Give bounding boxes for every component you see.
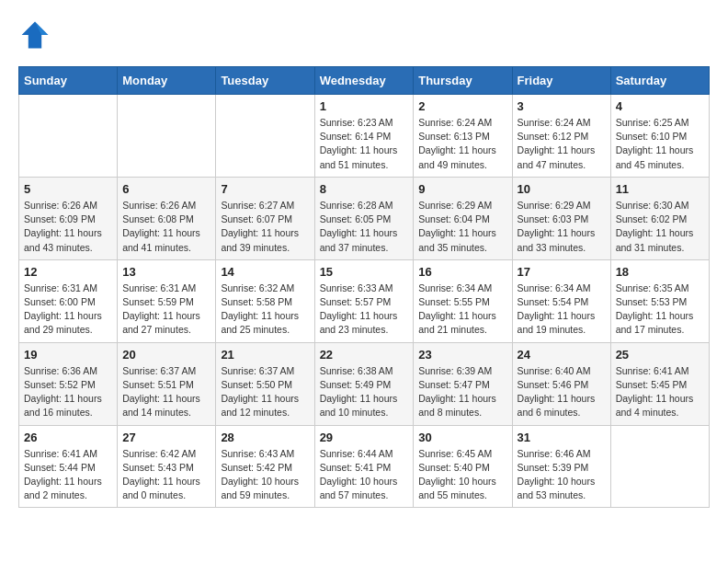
day-info: Sunrise: 6:44 AMSunset: 5:41 PMDaylight:… [320,447,409,503]
calendar-day-cell: 19Sunrise: 6:36 AMSunset: 5:52 PMDayligh… [19,342,118,425]
weekday-header-cell: Thursday [414,67,512,95]
calendar-day-cell: 18Sunrise: 6:35 AMSunset: 5:53 PMDayligh… [610,259,709,342]
day-info: Sunrise: 6:34 AMSunset: 5:54 PMDaylight:… [518,282,606,338]
day-info: Sunrise: 6:45 AMSunset: 5:40 PMDaylight:… [418,447,506,503]
day-info: Sunrise: 6:37 AMSunset: 5:51 PMDaylight:… [122,364,210,420]
day-number: 15 [320,265,409,279]
day-info: Sunrise: 6:33 AMSunset: 5:57 PMDaylight:… [320,282,409,338]
calendar-day-cell: 25Sunrise: 6:41 AMSunset: 5:45 PMDayligh… [610,342,709,425]
calendar-day-cell: 21Sunrise: 6:37 AMSunset: 5:50 PMDayligh… [216,342,314,425]
calendar-week-row: 26Sunrise: 6:41 AMSunset: 5:44 PMDayligh… [19,425,710,508]
calendar-day-cell: 29Sunrise: 6:44 AMSunset: 5:41 PMDayligh… [314,425,414,508]
weekday-header-row: SundayMondayTuesdayWednesdayThursdayFrid… [19,67,710,95]
day-info: Sunrise: 6:29 AMSunset: 6:03 PMDaylight:… [518,199,606,255]
calendar-day-cell: 28Sunrise: 6:43 AMSunset: 5:42 PMDayligh… [216,425,314,508]
calendar-day-cell: 3Sunrise: 6:24 AMSunset: 6:12 PMDaylight… [512,95,610,178]
day-info: Sunrise: 6:43 AMSunset: 5:42 PMDaylight:… [221,447,309,503]
calendar-day-cell: 10Sunrise: 6:29 AMSunset: 6:03 PMDayligh… [512,177,610,259]
calendar-week-row: 19Sunrise: 6:36 AMSunset: 5:52 PMDayligh… [19,342,710,425]
calendar-day-cell: 27Sunrise: 6:42 AMSunset: 5:43 PMDayligh… [118,425,216,508]
logo-icon [18,18,51,52]
calendar-day-cell: 24Sunrise: 6:40 AMSunset: 5:46 PMDayligh… [512,342,610,425]
calendar-day-cell: 13Sunrise: 6:31 AMSunset: 5:59 PMDayligh… [118,259,216,342]
calendar-day-cell: 20Sunrise: 6:37 AMSunset: 5:51 PMDayligh… [118,342,216,425]
calendar-day-cell: 16Sunrise: 6:34 AMSunset: 5:55 PMDayligh… [414,259,512,342]
day-number: 18 [616,265,704,279]
logo [18,18,57,52]
day-number: 12 [24,265,112,279]
day-number: 23 [418,348,506,362]
day-info: Sunrise: 6:46 AMSunset: 5:39 PMDaylight:… [518,447,606,503]
calendar-day-cell [610,425,709,508]
weekday-header-cell: Friday [512,67,610,95]
calendar-day-cell: 22Sunrise: 6:38 AMSunset: 5:49 PMDayligh… [314,342,414,425]
day-number: 16 [418,265,506,279]
day-number: 10 [518,182,606,196]
day-info: Sunrise: 6:41 AMSunset: 5:44 PMDaylight:… [24,447,112,503]
weekday-header-cell: Wednesday [314,67,414,95]
day-number: 28 [221,431,309,444]
day-info: Sunrise: 6:25 AMSunset: 6:10 PMDaylight:… [616,116,704,172]
day-info: Sunrise: 6:28 AMSunset: 6:05 PMDaylight:… [320,199,409,255]
calendar-day-cell: 15Sunrise: 6:33 AMSunset: 5:57 PMDayligh… [314,259,414,342]
day-info: Sunrise: 6:26 AMSunset: 6:09 PMDaylight:… [24,199,112,255]
calendar-day-cell [216,95,314,178]
day-number: 20 [122,348,210,362]
day-number: 27 [122,431,210,444]
calendar-week-row: 5Sunrise: 6:26 AMSunset: 6:09 PMDaylight… [19,177,710,259]
day-number: 13 [122,265,210,279]
weekday-header-cell: Saturday [610,67,709,95]
calendar-day-cell [19,95,118,178]
day-info: Sunrise: 6:34 AMSunset: 5:55 PMDaylight:… [418,282,506,338]
day-number: 30 [418,431,506,444]
day-info: Sunrise: 6:38 AMSunset: 5:49 PMDaylight:… [320,364,409,420]
day-number: 19 [24,348,112,362]
weekday-header-cell: Monday [118,67,216,95]
calendar-day-cell: 9Sunrise: 6:29 AMSunset: 6:04 PMDaylight… [414,177,512,259]
day-number: 29 [320,431,409,444]
day-info: Sunrise: 6:42 AMSunset: 5:43 PMDaylight:… [122,447,210,503]
day-number: 9 [418,182,506,196]
day-number: 24 [518,348,606,362]
day-info: Sunrise: 6:32 AMSunset: 5:58 PMDaylight:… [221,282,309,338]
day-info: Sunrise: 6:37 AMSunset: 5:50 PMDaylight:… [221,364,309,420]
day-number: 21 [221,348,309,362]
day-number: 25 [616,348,704,362]
calendar-day-cell: 8Sunrise: 6:28 AMSunset: 6:05 PMDaylight… [314,177,414,259]
day-info: Sunrise: 6:26 AMSunset: 6:08 PMDaylight:… [122,199,210,255]
day-number: 8 [320,182,409,196]
day-number: 14 [221,265,309,279]
day-number: 1 [320,99,409,113]
day-number: 2 [418,99,506,113]
calendar-body: 1Sunrise: 6:23 AMSunset: 6:14 PMDaylight… [19,95,710,508]
day-info: Sunrise: 6:31 AMSunset: 6:00 PMDaylight:… [24,282,112,338]
calendar-day-cell: 26Sunrise: 6:41 AMSunset: 5:44 PMDayligh… [19,425,118,508]
day-info: Sunrise: 6:29 AMSunset: 6:04 PMDaylight:… [418,199,506,255]
day-info: Sunrise: 6:31 AMSunset: 5:59 PMDaylight:… [122,282,210,338]
day-number: 5 [24,182,112,196]
calendar-day-cell: 7Sunrise: 6:27 AMSunset: 6:07 PMDaylight… [216,177,314,259]
day-number: 6 [122,182,210,196]
day-number: 4 [616,99,704,113]
day-number: 22 [320,348,409,362]
calendar-day-cell: 4Sunrise: 6:25 AMSunset: 6:10 PMDaylight… [610,95,709,178]
calendar-week-row: 12Sunrise: 6:31 AMSunset: 6:00 PMDayligh… [19,259,710,342]
day-number: 7 [221,182,309,196]
calendar-day-cell: 14Sunrise: 6:32 AMSunset: 5:58 PMDayligh… [216,259,314,342]
calendar-day-cell: 17Sunrise: 6:34 AMSunset: 5:54 PMDayligh… [512,259,610,342]
calendar-day-cell: 2Sunrise: 6:24 AMSunset: 6:13 PMDaylight… [414,95,512,178]
calendar-day-cell: 23Sunrise: 6:39 AMSunset: 5:47 PMDayligh… [414,342,512,425]
page-header [18,18,710,52]
day-number: 26 [24,431,112,444]
calendar-day-cell: 6Sunrise: 6:26 AMSunset: 6:08 PMDaylight… [118,177,216,259]
day-number: 11 [616,182,704,196]
calendar-table: SundayMondayTuesdayWednesdayThursdayFrid… [18,66,710,508]
calendar-day-cell: 11Sunrise: 6:30 AMSunset: 6:02 PMDayligh… [610,177,709,259]
day-info: Sunrise: 6:36 AMSunset: 5:52 PMDaylight:… [24,364,112,420]
day-info: Sunrise: 6:24 AMSunset: 6:12 PMDaylight:… [518,116,606,172]
calendar-week-row: 1Sunrise: 6:23 AMSunset: 6:14 PMDaylight… [19,95,710,178]
calendar-day-cell: 31Sunrise: 6:46 AMSunset: 5:39 PMDayligh… [512,425,610,508]
calendar-day-cell: 12Sunrise: 6:31 AMSunset: 6:00 PMDayligh… [19,259,118,342]
day-number: 31 [518,431,606,444]
day-number: 17 [518,265,606,279]
